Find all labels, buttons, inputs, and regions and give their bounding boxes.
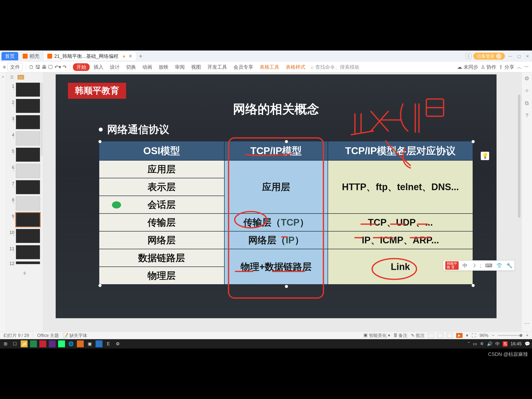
thumb-view-selected[interactable]: ▭ bbox=[17, 75, 24, 80]
ribbon-start[interactable]: 开始 bbox=[73, 63, 90, 71]
ribbon-dropdown-icon[interactable]: ﹀ bbox=[524, 64, 529, 70]
zoom-in-icon[interactable]: + bbox=[526, 333, 529, 338]
thumb-6[interactable]: 6* bbox=[6, 163, 43, 179]
start-icon[interactable]: ⊞ bbox=[2, 340, 9, 347]
app-green-icon[interactable] bbox=[30, 340, 37, 347]
notes-button[interactable]: ≣ 备注 bbox=[394, 332, 407, 338]
app-teal-icon[interactable] bbox=[58, 340, 65, 347]
ribbon-collapse-icon[interactable]: ︿ bbox=[517, 64, 522, 70]
save-icon[interactable]: 🖫 bbox=[35, 64, 40, 70]
wps-icon[interactable] bbox=[77, 340, 84, 347]
file-menu[interactable]: 文件 bbox=[7, 63, 23, 71]
print-preview-icon[interactable]: 🖵 bbox=[48, 64, 53, 70]
thumb-12[interactable]: 12 bbox=[6, 260, 43, 267]
zoom-value[interactable]: 96% bbox=[480, 333, 488, 338]
nav-collapse-column[interactable]: » bbox=[0, 72, 6, 332]
ime-wrench-icon[interactable]: 🔧 bbox=[504, 263, 515, 268]
ime-comma-icon[interactable]: ; bbox=[478, 263, 483, 268]
new-file-icon[interactable]: 🗋 bbox=[29, 64, 34, 70]
window-minimize-icon[interactable]: — bbox=[508, 54, 512, 58]
ribbon-animation[interactable]: 动画 bbox=[140, 63, 155, 71]
tab-current-file[interactable]: 21_韩顺平衡...基础_网络编程●✕ bbox=[44, 52, 136, 60]
redo-icon[interactable]: ↷ bbox=[63, 64, 67, 70]
visitor-login-button[interactable]: 访客登录 bbox=[473, 53, 505, 60]
thumb-3[interactable]: 3* bbox=[6, 114, 43, 130]
undo-icon[interactable]: ↶▾ bbox=[54, 64, 61, 70]
tab-home[interactable]: 首页 bbox=[1, 52, 18, 60]
thumb-2[interactable]: 2* bbox=[6, 98, 43, 114]
clone-icon[interactable]: ⧉ bbox=[525, 100, 529, 106]
ime-keyboard-icon[interactable]: ⌨ bbox=[483, 263, 494, 268]
ribbon-slideshow[interactable]: 放映 bbox=[156, 63, 171, 71]
hamburger-icon[interactable]: ≡ bbox=[3, 64, 6, 70]
view-reading-icon[interactable] bbox=[447, 333, 453, 338]
add-slide-button[interactable]: + bbox=[6, 269, 43, 277]
tray-volume-icon[interactable]: 🔊 bbox=[487, 341, 492, 347]
outline-icon[interactable]: ☰ bbox=[10, 75, 14, 80]
tray-battery-icon[interactable]: ▭ bbox=[473, 341, 477, 347]
more-icon[interactable]: ⋯ bbox=[524, 320, 530, 327]
tray-ime-cn-icon[interactable]: 中 bbox=[495, 341, 500, 347]
ribbon-search[interactable]: ⌕查找命令、搜索模板 bbox=[311, 64, 360, 70]
ribbon-insert[interactable]: 插入 bbox=[91, 63, 106, 71]
idea-bulb-icon[interactable]: 💡 bbox=[481, 152, 489, 160]
tray-notification-icon[interactable]: 💬 bbox=[525, 341, 530, 347]
sync-status[interactable]: ☁ 未同步 bbox=[457, 64, 478, 70]
app-red-icon[interactable] bbox=[39, 340, 46, 347]
new-tab-button[interactable]: + bbox=[137, 52, 144, 60]
thumb-9[interactable]: 9* bbox=[6, 212, 43, 228]
taskview-icon[interactable]: ☐ bbox=[11, 340, 18, 347]
calc-icon[interactable] bbox=[96, 340, 102, 347]
thumb-7[interactable]: 7* bbox=[6, 179, 43, 195]
terminal-icon[interactable]: ▣ bbox=[86, 340, 93, 347]
comments-button[interactable]: ✎ 批注 bbox=[411, 332, 425, 338]
play-dropdown-icon[interactable]: ▾ bbox=[466, 333, 468, 338]
ime-moon-icon[interactable]: ☽ bbox=[469, 263, 478, 268]
tray-wifi-icon[interactable]: ⚟ bbox=[480, 341, 484, 347]
canvas-scrollbar[interactable] bbox=[518, 95, 520, 218]
tray-up-icon[interactable]: ˄ bbox=[468, 341, 470, 347]
clock[interactable]: 16:45 bbox=[511, 341, 522, 347]
notification-badge[interactable]: 1 bbox=[466, 53, 471, 59]
help-icon[interactable]: ? bbox=[525, 112, 528, 119]
share-button[interactable]: ⇪ 分享 bbox=[499, 64, 514, 70]
app-e-icon[interactable]: E bbox=[105, 340, 112, 347]
settings-sliders-icon[interactable]: ⚙ bbox=[524, 75, 529, 82]
app-purple-icon[interactable] bbox=[49, 340, 56, 347]
slideshow-play-button[interactable]: ▶ bbox=[456, 333, 463, 338]
ribbon-transition[interactable]: 切换 bbox=[124, 63, 138, 71]
settings-icon[interactable]: ⚙ bbox=[114, 340, 121, 347]
ribbon-design[interactable]: 设计 bbox=[107, 63, 122, 71]
explorer-icon[interactable]: 📁 bbox=[21, 340, 28, 347]
ribbon-member[interactable]: 会员专享 bbox=[231, 63, 256, 71]
model-table[interactable]: OSI模型 TCP/IP模型 TCP/IP模型各层对应协议 应用层 应用层 HT… bbox=[99, 141, 473, 285]
window-maximize-icon[interactable]: ▢ bbox=[517, 54, 521, 59]
zoom-slider[interactable] bbox=[498, 335, 522, 336]
collab-button[interactable]: ♙ 协作 bbox=[481, 64, 497, 70]
thumb-10[interactable]: 10* bbox=[6, 228, 43, 244]
view-sorter-icon[interactable] bbox=[437, 333, 443, 338]
thumb-8[interactable]: 8* bbox=[6, 195, 43, 212]
chrome-icon[interactable]: 🌐 bbox=[67, 340, 74, 347]
thumb-1[interactable]: 1* bbox=[6, 82, 43, 98]
missing-font[interactable]: 📝 缺失字体 bbox=[63, 332, 87, 338]
ribbon-table-tools[interactable]: 表格工具 bbox=[257, 63, 282, 71]
view-normal-icon[interactable] bbox=[428, 333, 434, 338]
ai-beautify-button[interactable]: ▣ 智能美化 ▾ bbox=[363, 332, 390, 338]
tray-s-icon[interactable]: S bbox=[503, 341, 508, 347]
thumb-5[interactable]: 5* bbox=[6, 147, 43, 163]
window-close-icon[interactable]: ✕ bbox=[526, 54, 529, 59]
thumb-11[interactable]: 11* bbox=[6, 244, 43, 260]
print-icon[interactable]: 🖶 bbox=[42, 64, 47, 70]
zoom-out-icon[interactable]: − bbox=[492, 333, 495, 338]
thumb-4[interactable]: 4* bbox=[6, 130, 43, 147]
sparkle-icon[interactable]: ✧ bbox=[525, 88, 529, 94]
ribbon-table-style[interactable]: 表格样式 bbox=[283, 63, 308, 71]
ime-toolbar[interactable]: 韩顺平教 育 中 ☽ ; ⌨ 👕 🔧 bbox=[443, 260, 515, 271]
ribbon-review[interactable]: 审阅 bbox=[172, 63, 187, 71]
fit-icon[interactable]: ⛶ bbox=[472, 333, 476, 338]
thumb-scrollbar[interactable] bbox=[41, 82, 43, 156]
ribbon-dev[interactable]: 开发工具 bbox=[205, 63, 230, 71]
slide-canvas[interactable]: 韩顺平教育 网络的相关概念 网络通信协议 💡 OSI模型 TCP/IP模型 TC… bbox=[43, 72, 521, 332]
tab-close-icon[interactable]: ✕ bbox=[128, 53, 133, 59]
